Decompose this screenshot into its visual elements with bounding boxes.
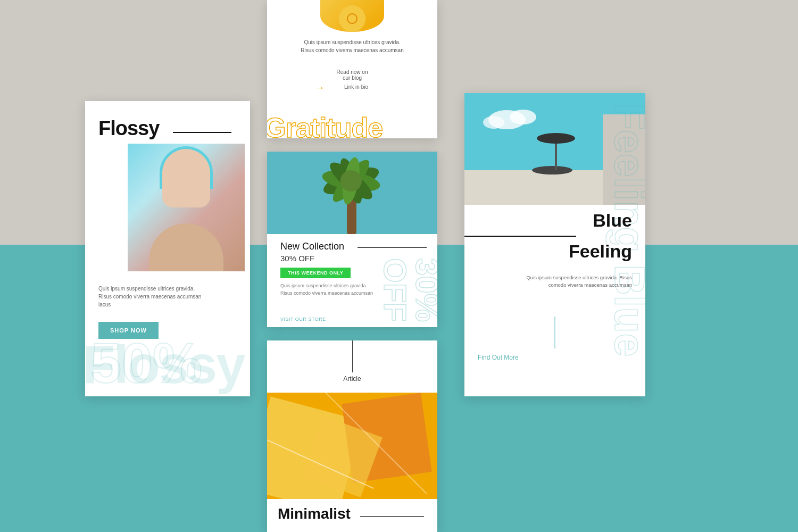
svg-point-23 <box>537 133 575 144</box>
collection-title: New Collection <box>280 241 344 252</box>
flossy-title: Flossy <box>98 117 159 140</box>
card-article: Article Minimalist <box>267 340 437 532</box>
flossy-description: Quis ipsum suspendisse ultrices gravida.… <box>98 285 205 309</box>
svg-point-21 <box>532 166 572 174</box>
blue-title-line <box>464 236 576 237</box>
article-minimalist-title: Minimalist <box>278 505 351 522</box>
card-gratitude: Quis ipsum suspendisse ultrices gravida.… <box>267 0 437 138</box>
flossy-person <box>144 149 229 271</box>
article-photo <box>267 393 437 499</box>
blue-title1: Blue <box>593 210 632 231</box>
collection-bg-percent: 30%OFF <box>379 258 437 322</box>
article-label: Article <box>343 375 361 383</box>
article-photo-svg <box>267 393 437 499</box>
article-title-line <box>360 516 424 517</box>
blue-find-more-link[interactable]: Find Out More <box>478 354 519 361</box>
collection-discount: 30% OFF <box>280 254 314 263</box>
article-top-line <box>352 340 353 372</box>
scene-container: Flossy Flossy Quis ipsum suspendisse ult… <box>0 0 798 532</box>
card-flossy: Flossy Flossy Quis ipsum suspendisse ult… <box>85 101 250 396</box>
gratitude-link[interactable]: Link in bio <box>344 84 368 90</box>
svg-point-17 <box>510 110 536 124</box>
svg-point-8 <box>340 170 362 192</box>
gratitude-arrow-icon: → <box>315 82 325 94</box>
gratitude-bg-text: Gratitude <box>267 112 383 138</box>
collection-visit-link[interactable]: Visit Our Store <box>280 317 326 322</box>
flossy-title-line <box>173 132 231 133</box>
svg-point-18 <box>483 116 504 129</box>
person-shoulders <box>149 223 223 271</box>
collection-title-line <box>358 247 427 248</box>
palm-tree-svg <box>267 152 437 234</box>
gratitude-description: Quis ipsum suspendisse ultrices gravida.… <box>299 38 405 54</box>
card-blue: Feeling Blue Blue Feeling Quis ipsum sus… <box>464 93 645 396</box>
blue-vertical-line <box>555 317 555 348</box>
gratitude-read-label: Read now on our blog <box>337 69 368 81</box>
collection-description: Quis ipsum suspendisse ultrices gravida.… <box>280 282 376 297</box>
gratitude-top-image <box>320 0 384 32</box>
blue-title2: Feeling <box>569 241 632 262</box>
person-head <box>162 149 210 207</box>
collection-photo <box>267 152 437 234</box>
collection-badge: This Weekend Only <box>280 268 351 278</box>
card-collection: New Collection 30% OFF This Weekend Only… <box>267 152 437 327</box>
flossy-discount-bg: 50% <box>90 335 202 391</box>
flossy-photo <box>128 144 245 271</box>
blue-description: Quis ipsum suspendisse ultrices gravida.… <box>526 274 632 289</box>
